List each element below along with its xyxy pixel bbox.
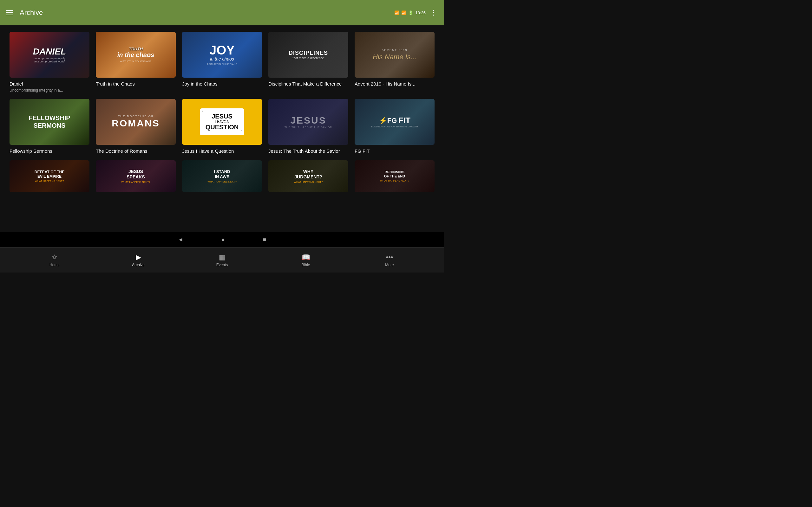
card-daniel[interactable]: DANIEL uncompromising integrityin a comp… [9,32,90,93]
page-title: Archive [20,9,43,17]
thumb-text-disciplines: DISCIPLINES that make a difference [286,47,331,63]
card-beginning-end[interactable]: BEGINNINGOF THE END WHAT HAPPENS NEXT? [355,160,435,195]
card-advent2019[interactable]: ADVENT 2019 His Name Is... Advent 2019 -… [355,32,435,93]
status-icons: 📶 📶 🔋 10:26 [394,10,426,15]
nav-item-bible[interactable]: 📖 Bible [295,253,317,267]
card-i-stand-awe[interactable]: I STANDIN AWE WHAT HAPPENS NEXT? [182,160,262,195]
card-title-fellowship: Fellowship Sermons [9,148,90,154]
overflow-menu-button[interactable]: ⋮ [430,9,438,17]
card-title-advent: Advent 2019 - His Name Is... [355,81,435,87]
card-disciplines[interactable]: DISCIPLINES that make a difference Disci… [268,32,348,93]
top-bar-left: Archive [6,9,43,17]
card-thumb-fgfit: ⚡FG FIT BUILDING A PLAN FOR SPIRITUAL GR… [355,99,435,145]
row-2: FELLOWSHIPSERMONS Fellowship Sermons THE… [9,99,435,154]
card-subtitle-daniel: Uncompromising Integrity in a... [9,88,90,93]
nav-label-home: Home [49,263,60,267]
nav-label-events: Events [216,263,228,267]
nav-item-archive[interactable]: ▶ Archive [127,253,149,267]
card-thumb-daniel: DANIEL uncompromising integrityin a comp… [9,32,90,78]
card-title-joy: Joy in the Chaos [182,81,262,87]
bottom-nav: ☆ Home ▶ Archive ▦ Events 📖 Bible ••• Mo… [0,247,444,273]
nav-label-bible: Bible [302,263,310,267]
card-thumb-disciplines: DISCIPLINES that make a difference [268,32,348,78]
time-display: 10:26 [415,10,426,15]
row-3: DEFEAT OF THEEVIL EMPIRE WHAT HAPPENS NE… [9,160,435,195]
top-bar-right: 📶 📶 🔋 10:26 ⋮ [394,9,438,17]
android-back-button[interactable]: ◄ [177,236,183,243]
hamburger-menu[interactable] [6,10,13,15]
card-fgfit[interactable]: ⚡FG FIT BUILDING A PLAN FOR SPIRITUAL GR… [355,99,435,154]
card-jesus-question[interactable]: “ JESUS I HAVE A QUESTION ” Jesus I Have… [182,99,262,154]
card-title-romans: The Doctrine of Romans [96,148,176,154]
thumb-text-advent: ADVENT 2019 His Name Is... [369,45,420,64]
card-defeat-evil[interactable]: DEFEAT OF THEEVIL EMPIRE WHAT HAPPENS NE… [9,160,90,195]
card-fellowship[interactable]: FELLOWSHIPSERMONS Fellowship Sermons [9,99,90,154]
top-bar: Archive 📶 📶 🔋 10:26 ⋮ [0,0,444,25]
events-icon: ▦ [219,253,225,262]
card-jesus-speaks[interactable]: JESUSSPEAKS WHAT HAPPENS NEXT? [96,160,176,195]
card-thumb-i-stand: I STANDIN AWE WHAT HAPPENS NEXT? [182,160,262,192]
row-1: DANIEL uncompromising integrityin a comp… [9,32,435,93]
nav-item-more[interactable]: ••• More [378,253,401,267]
thumb-text-romans: THE DOCTRINE OF ROMANS [108,112,163,132]
card-title-disciplines: Disciplines That Make a Difference [268,81,348,87]
thumb-text-fgfit: ⚡FG FIT BUILDING A PLAN FOR SPIRITUAL GR… [368,112,421,131]
card-truth-chaos[interactable]: TRUTH in the chaos A STUDY IN COLOSSIANS… [96,32,176,93]
nav-label-archive: Archive [132,263,145,267]
card-thumb-fellowship: FELLOWSHIPSERMONS [9,99,90,145]
card-thumb-advent: ADVENT 2019 His Name Is... [355,32,435,78]
nav-item-home[interactable]: ☆ Home [44,253,66,267]
card-thumb-joy: JOY in the chaos A STUDY IN PHILIPPIANS [182,32,262,78]
card-why-judgment[interactable]: WHYJUDGMENT? WHAT HAPPENS NEXT? [268,160,348,195]
thumb-text-fellowship: FELLOWSHIPSERMONS [26,111,73,132]
card-thumb-jesus-truth: JESUS THE TRUTH ABOUT THE SAVIOR [268,99,348,145]
card-thumb-beginning: BEGINNINGOF THE END WHAT HAPPENS NEXT? [355,160,435,192]
thumb-text-truth: TRUTH in the chaos A STUDY IN COLOSSIANS [114,43,158,66]
archive-icon: ▶ [136,253,141,262]
speech-bubble: “ JESUS I HAVE A QUESTION ” [200,108,244,135]
android-recent-button[interactable]: ■ [263,236,266,243]
card-thumb-jesus-question: “ JESUS I HAVE A QUESTION ” [182,99,262,145]
card-thumb-why-judgment: WHYJUDGMENT? WHAT HAPPENS NEXT? [268,160,348,192]
card-thumb-truth: TRUTH in the chaos A STUDY IN COLOSSIANS [96,32,176,78]
card-title-daniel: Daniel [9,81,90,87]
card-title-fgfit: FG FIT [355,148,435,154]
nav-item-events[interactable]: ▦ Events [211,253,233,267]
content-area: DANIEL uncompromising integrityin a comp… [0,25,444,208]
card-joy-chaos[interactable]: JOY in the chaos A STUDY IN PHILIPPIANS … [182,32,262,93]
home-icon: ☆ [51,253,58,262]
card-thumb-jesus-speaks: JESUSSPEAKS WHAT HAPPENS NEXT? [96,160,176,192]
android-nav-bar: ◄ ● ■ [0,232,444,247]
wifi-icon: 📶 [394,10,399,15]
card-thumb-defeat: DEFEAT OF THEEVIL EMPIRE WHAT HAPPENS NE… [9,160,90,192]
thumb-text-joy: JOY in the chaos A STUDY IN PHILIPPIANS [204,41,241,69]
thumb-text-daniel: DANIEL uncompromising integrityin a comp… [30,43,69,66]
signal-icon: 📶 [401,10,406,15]
nav-label-more: More [385,263,394,267]
battery-icon: 🔋 [408,10,413,15]
more-icon: ••• [386,253,393,262]
android-home-button[interactable]: ● [221,236,225,243]
thumb-text-jesus-truth: JESUS THE TRUTH ABOUT THE SAVIOR [281,112,335,132]
card-title-truth: Truth in the Chaos [96,81,176,87]
card-romans[interactable]: THE DOCTRINE OF ROMANS The Doctrine of R… [96,99,176,154]
card-thumb-romans: THE DOCTRINE OF ROMANS [96,99,176,145]
card-title-jesus-truth: Jesus: The Truth About the Savior [268,148,348,154]
bible-icon: 📖 [302,253,310,262]
card-jesus-truth[interactable]: JESUS THE TRUTH ABOUT THE SAVIOR Jesus: … [268,99,348,154]
card-title-jesus-question: Jesus I Have a Question [182,148,262,154]
